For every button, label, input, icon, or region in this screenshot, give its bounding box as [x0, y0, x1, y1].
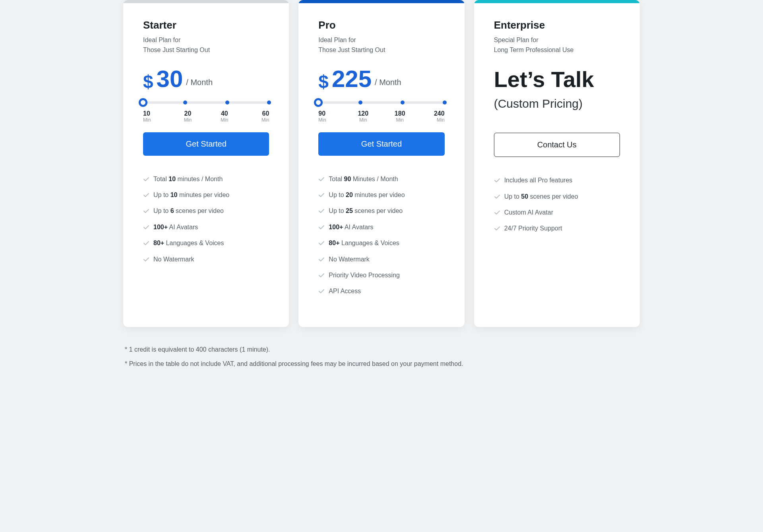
feature-list-pro: Total 90 Minutes / MonthUp to 20 minutes…: [318, 175, 444, 296]
feature-text: Up to 6 scenes per video: [153, 207, 224, 215]
feature-item: Up to 20 minutes per video: [318, 191, 444, 199]
check-icon: [318, 224, 325, 230]
feature-item: No Watermark: [318, 255, 444, 264]
tick-unit: Min: [217, 117, 232, 123]
feature-list-starter: Total 10 minutes / MonthUp to 10 minutes…: [143, 175, 269, 264]
feature-text: 100+ AI Avatars: [329, 223, 373, 232]
check-icon: [494, 209, 500, 216]
footnotes: * 1 credit is equivalent to 400 characte…: [123, 346, 640, 368]
slider-ticks-pro: 90Min 120Min 180Min 240Min: [318, 110, 444, 123]
feature-item: Total 90 Minutes / Month: [318, 175, 444, 184]
check-icon: [143, 224, 149, 230]
feature-text: Total 10 minutes / Month: [153, 175, 223, 184]
minutes-slider-starter[interactable]: 10Min 20Min 40Min 60Min: [143, 101, 269, 123]
tick-value: 240: [429, 110, 445, 117]
feature-text: 24/7 Priority Support: [504, 224, 562, 233]
plan-subtitle-starter: Ideal Plan for Those Just Starting Out: [143, 35, 269, 55]
tick-value: 40: [217, 110, 232, 117]
check-icon: [318, 240, 325, 246]
check-icon: [318, 176, 325, 182]
price-period: / Month: [186, 78, 213, 87]
plan-name-pro: Pro: [318, 19, 444, 31]
plan-name-starter: Starter: [143, 19, 269, 31]
plan-subtitle-enterprise: Special Plan for Long Term Professional …: [494, 35, 620, 55]
tick-unit: Min: [253, 117, 269, 123]
plan-price-starter: $ 30 / Month: [143, 67, 269, 91]
check-icon: [494, 225, 500, 232]
tick-unit: Min: [143, 117, 159, 123]
feature-text: No Watermark: [329, 255, 370, 264]
feature-text: Custom AI Avatar: [504, 208, 553, 217]
feature-list-enterprise: Includes all Pro featuresUp to 50 scenes…: [494, 176, 620, 233]
feature-item: 80+ Languages & Voices: [318, 239, 444, 248]
contact-us-button[interactable]: Contact Us: [494, 133, 620, 157]
feature-item: 100+ AI Avatars: [318, 223, 444, 232]
check-icon: [143, 176, 149, 182]
feature-item: Total 10 minutes / Month: [143, 175, 269, 184]
feature-text: Up to 25 scenes per video: [329, 207, 403, 215]
plan-card-enterprise: Enterprise Special Plan for Long Term Pr…: [474, 0, 640, 327]
feature-item: Up to 6 scenes per video: [143, 207, 269, 215]
enterprise-subheadline: (Custom Pricing): [494, 97, 620, 110]
tick-unit: Min: [429, 117, 445, 123]
check-icon: [318, 208, 325, 214]
currency-symbol: $: [143, 73, 153, 91]
tick-unit: Min: [180, 117, 196, 123]
plan-accent-enterprise: [474, 0, 640, 3]
feature-text: Includes all Pro features: [504, 176, 573, 185]
feature-item: Includes all Pro features: [494, 176, 620, 185]
footnote: * 1 credit is equivalent to 400 characte…: [125, 346, 638, 353]
plan-price-pro: $ 225 / Month: [318, 67, 444, 91]
feature-text: Priority Video Processing: [329, 271, 399, 280]
check-icon: [318, 288, 325, 294]
check-icon: [143, 208, 149, 214]
feature-text: Total 90 Minutes / Month: [329, 175, 398, 184]
feature-item: 80+ Languages & Voices: [143, 239, 269, 248]
tick-unit: Min: [392, 117, 408, 123]
price-amount: 225: [332, 67, 372, 91]
feature-text: Up to 50 scenes per video: [504, 192, 578, 201]
pricing-cards: Starter Ideal Plan for Those Just Starti…: [123, 0, 640, 327]
check-icon: [318, 192, 325, 198]
feature-text: Up to 10 minutes per video: [153, 191, 229, 199]
feature-text: 100+ AI Avatars: [153, 223, 198, 232]
price-period: / Month: [375, 78, 401, 87]
plan-card-starter: Starter Ideal Plan for Those Just Starti…: [123, 0, 289, 327]
feature-text: Up to 20 minutes per video: [329, 191, 405, 199]
feature-text: API Access: [329, 287, 361, 296]
check-icon: [494, 193, 500, 200]
get-started-button[interactable]: Get Started: [318, 132, 444, 156]
price-amount: 30: [157, 67, 183, 91]
check-icon: [143, 192, 149, 198]
check-icon: [318, 256, 325, 263]
feature-text: 80+ Languages & Voices: [153, 239, 224, 248]
feature-item: 100+ AI Avatars: [143, 223, 269, 232]
slider-knob[interactable]: [314, 98, 323, 107]
slider-knob[interactable]: [139, 98, 147, 107]
enterprise-headline: Let’s Talk: [494, 67, 620, 92]
feature-item: Up to 50 scenes per video: [494, 192, 620, 201]
plan-accent-pro: [298, 0, 464, 3]
feature-item: Up to 10 minutes per video: [143, 191, 269, 199]
feature-item: API Access: [318, 287, 444, 296]
tick-value: 10: [143, 110, 159, 117]
tick-value: 120: [355, 110, 371, 117]
plan-card-pro: Pro Ideal Plan for Those Just Starting O…: [298, 0, 464, 327]
get-started-button[interactable]: Get Started: [143, 132, 269, 156]
currency-symbol: $: [318, 73, 329, 91]
check-icon: [143, 256, 149, 263]
check-icon: [143, 240, 149, 246]
feature-item: Up to 25 scenes per video: [318, 207, 444, 215]
feature-item: No Watermark: [143, 255, 269, 264]
tick-value: 20: [180, 110, 196, 117]
plan-accent-starter: [123, 0, 289, 3]
minutes-slider-pro[interactable]: 90Min 120Min 180Min 240Min: [318, 101, 444, 123]
feature-item: 24/7 Priority Support: [494, 224, 620, 233]
plan-subtitle-pro: Ideal Plan for Those Just Starting Out: [318, 35, 444, 55]
feature-item: Priority Video Processing: [318, 271, 444, 280]
feature-text: 80+ Languages & Voices: [329, 239, 399, 248]
slider-ticks-starter: 10Min 20Min 40Min 60Min: [143, 110, 269, 123]
footnote: * Prices in the table do not include VAT…: [125, 360, 638, 368]
plan-name-enterprise: Enterprise: [494, 19, 620, 31]
tick-value: 180: [392, 110, 408, 117]
